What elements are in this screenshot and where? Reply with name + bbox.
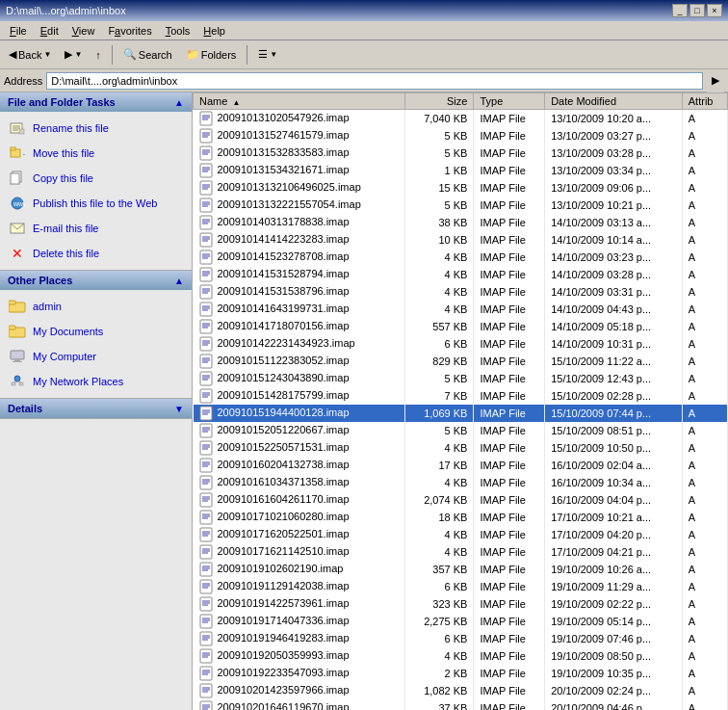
file-size-cell: 4 KB xyxy=(405,474,474,491)
details-header[interactable]: Details ▼ xyxy=(0,399,192,418)
table-row[interactable]: 20091017162114251​0.imap 4 KB IMAP File … xyxy=(194,543,728,561)
table-row[interactable]: 20091019171404733​6.imap 2,275 KB IMAP F… xyxy=(194,613,728,630)
move-task-label: Move this file xyxy=(33,147,94,159)
file-date-cell: 13/10/2009 10:20 a... xyxy=(545,110,683,128)
file-size-cell: 18 KB xyxy=(405,509,474,526)
publish-task-item[interactable]: www Publish this file to the Web xyxy=(4,191,188,216)
my-computer-icon xyxy=(8,347,27,366)
file-date-cell: 17/10/2009 10:21 a... xyxy=(545,509,683,526)
table-row[interactable]: 20091020164611967​0.imap 37 KB IMAP File… xyxy=(194,699,728,710)
maximize-button[interactable]: □ xyxy=(689,4,705,17)
file-type-cell: IMAP File xyxy=(474,457,545,474)
file-attr-cell: A xyxy=(682,474,727,491)
column-date-header[interactable]: Date Modified xyxy=(545,93,683,110)
table-row[interactable]: 20091014153153879​6.imap 4 KB IMAP File … xyxy=(194,283,728,301)
details-title: Details xyxy=(8,403,42,414)
table-row[interactable]: 20091013132221557​054.imap 5 KB IMAP Fil… xyxy=(194,197,728,214)
column-name-header[interactable]: Name ▲ xyxy=(194,93,405,110)
table-row[interactable]: 20091019205035999​3.imap 4 KB IMAP File … xyxy=(194,647,728,665)
table-row[interactable]: 20091016020413273​8.imap 17 KB IMAP File… xyxy=(194,457,728,474)
table-row[interactable]: 20091017102106028​0.imap 18 KB IMAP File… xyxy=(194,509,728,526)
menu-favorites[interactable]: Favorites xyxy=(102,23,157,39)
file-attr-cell: A xyxy=(682,509,727,526)
table-row[interactable]: 20091015142817579​9.imap 7 KB IMAP File … xyxy=(194,387,728,405)
svg-rect-38 xyxy=(200,164,212,177)
file-size-cell: 4 KB xyxy=(405,301,474,318)
views-button[interactable]: ☰ ▼ xyxy=(253,43,282,66)
table-row[interactable]: 20091015112238305​2.imap 829 KB IMAP Fil… xyxy=(194,353,728,370)
svg-rect-18 xyxy=(11,351,24,359)
file-date-cell: 14/10/2009 10:31 p... xyxy=(545,335,683,353)
menu-tools[interactable]: Tools xyxy=(160,23,196,39)
table-row[interactable]: 20091015225057153​1.imap 4 KB IMAP File … xyxy=(194,439,728,457)
table-row[interactable]: 20091014141422328​3.imap 10 KB IMAP File… xyxy=(194,231,728,249)
menu-view[interactable]: View xyxy=(66,23,101,39)
table-row[interactable]: 20091019223354709​3.imap 2 KB IMAP File … xyxy=(194,665,728,682)
other-places-header[interactable]: Other Places ▲ xyxy=(0,271,192,290)
my-network-place-item[interactable]: My Network Places xyxy=(4,369,188,394)
file-date-cell: 13/10/2009 03:27 p... xyxy=(545,127,683,145)
column-attr-header[interactable]: Attrib xyxy=(682,93,727,110)
table-row[interactable]: 20091013102054792​6.imap 7,040 KB IMAP F… xyxy=(194,110,728,128)
table-row[interactable]: 20091013152746157​9.imap 5 KB IMAP File … xyxy=(194,127,728,145)
table-row[interactable]: 20091019142257396​1.imap 323 KB IMAP Fil… xyxy=(194,595,728,613)
close-button[interactable]: × xyxy=(707,4,722,17)
delete-task-item[interactable]: ✕ Delete this file xyxy=(4,241,188,266)
table-row[interactable]: 20091016160426117​0.imap 2,074 KB IMAP F… xyxy=(194,491,728,509)
admin-place-item[interactable]: admin xyxy=(4,294,188,319)
file-size-cell: 5 KB xyxy=(405,370,474,387)
my-computer-place-item[interactable]: My Computer xyxy=(4,344,188,369)
file-table-wrapper[interactable]: Name ▲ Size Type Date Modified Attrib 20… xyxy=(193,92,728,710)
my-documents-place-item[interactable]: My Documents xyxy=(4,319,188,344)
table-row[interactable]: 20091015194440012​8.imap 1,069 KB IMAP F… xyxy=(194,405,728,422)
column-type-header[interactable]: Type xyxy=(474,93,545,110)
file-size-cell: 2,275 KB xyxy=(405,613,474,630)
back-button[interactable]: ◀ Back ▼ xyxy=(4,43,56,66)
menu-help[interactable]: Help xyxy=(197,23,231,39)
up-button[interactable]: ↑ xyxy=(91,43,106,66)
file-type-cell: IMAP File xyxy=(474,682,545,699)
svg-rect-102 xyxy=(200,441,212,455)
table-row[interactable]: 20091013132106496​025.imap 15 KB IMAP Fi… xyxy=(194,179,728,197)
table-row[interactable]: 20091014164319973​1.imap 4 KB IMAP File … xyxy=(194,301,728,318)
go-button[interactable]: ▶ xyxy=(707,69,724,92)
table-row[interactable]: 20091013153283358​3.imap 5 KB IMAP File … xyxy=(194,145,728,162)
file-type-cell: IMAP File xyxy=(474,266,545,283)
file-attr-cell: A xyxy=(682,335,727,353)
address-input[interactable] xyxy=(46,72,703,90)
table-row[interactable]: 20091019112914203​8.imap 6 KB IMAP File … xyxy=(194,578,728,595)
table-row[interactable]: 20091016103437135​8.imap 4 KB IMAP File … xyxy=(194,474,728,491)
table-row[interactable]: 20091019102602190​.imap 357 KB IMAP File… xyxy=(194,561,728,578)
search-button[interactable]: 🔍 Search xyxy=(118,43,177,66)
file-type-cell: IMAP File xyxy=(474,630,545,647)
table-row[interactable]: 20091014031317883​8.imap 38 KB IMAP File… xyxy=(194,214,728,231)
table-row[interactable]: 20091013153432167​1.imap 1 KB IMAP File … xyxy=(194,162,728,179)
main-content: File and Folder Tasks ▲ Rename this file… xyxy=(0,92,728,710)
table-row[interactable]: 20091014222314349​23.imap 6 KB IMAP File… xyxy=(194,335,728,353)
email-task-item[interactable]: E-mail this file xyxy=(4,216,188,241)
file-date-cell: 15/10/2009 10:50 p... xyxy=(545,439,683,457)
table-row[interactable]: 20091020142359796​6.imap 1,082 KB IMAP F… xyxy=(194,682,728,699)
table-row[interactable]: 20091017162052250​1.imap 4 KB IMAP File … xyxy=(194,526,728,543)
file-type-cell: IMAP File xyxy=(474,405,545,422)
minimize-button[interactable]: _ xyxy=(672,4,688,17)
move-task-item[interactable]: → Move this file xyxy=(4,141,188,166)
folders-button[interactable]: 📁 Folders xyxy=(181,43,242,66)
menu-file[interactable]: File xyxy=(4,23,33,39)
menu-edit[interactable]: Edit xyxy=(35,23,65,39)
my-computer-label: My Computer xyxy=(33,351,96,362)
forward-button[interactable]: ▶ ▼ xyxy=(60,43,87,66)
table-row[interactable]: 20091015124304389​0.imap 5 KB IMAP File … xyxy=(194,370,728,387)
table-row[interactable]: 20091014152327870​8.imap 4 KB IMAP File … xyxy=(194,249,728,266)
column-size-header[interactable]: Size xyxy=(405,93,474,110)
rename-task-item[interactable]: Rename this file xyxy=(4,116,188,141)
copy-task-item[interactable]: Copy this file xyxy=(4,166,188,191)
file-name-cell: 20091014031317883​8.imap xyxy=(194,214,405,231)
table-row[interactable]: 20091014171807015​6.imap 557 KB IMAP Fil… xyxy=(194,318,728,335)
file-date-cell: 15/10/2009 11:22 a... xyxy=(545,353,683,370)
table-row[interactable]: 20091014153152879​4.imap 4 KB IMAP File … xyxy=(194,266,728,283)
table-row[interactable]: 20091015205122066​7.imap 5 KB IMAP File … xyxy=(194,422,728,439)
table-row[interactable]: 20091019194641928​3.imap 6 KB IMAP File … xyxy=(194,630,728,647)
file-tasks-header[interactable]: File and Folder Tasks ▲ xyxy=(0,92,192,112)
file-attr-cell: A xyxy=(682,543,727,561)
